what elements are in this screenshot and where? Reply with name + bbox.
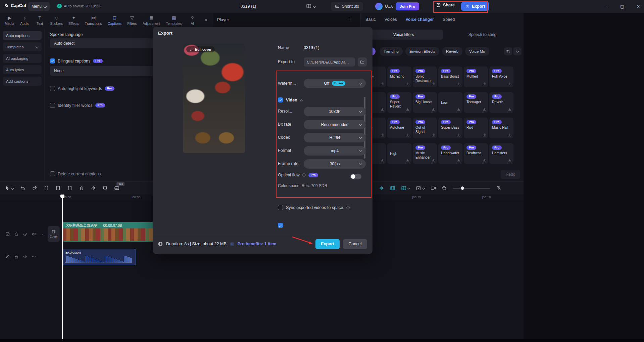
pro-benefits-text[interactable]: Pro benefits: 1 item (238, 242, 277, 246)
lock-icon[interactable] (14, 254, 19, 259)
download-icon[interactable] (482, 108, 486, 112)
optical-flow-toggle[interactable] (350, 174, 361, 179)
voice-effect-card-reverb[interactable]: ProReverb (489, 92, 513, 113)
sidebar-item-templates[interactable]: Templates (3, 42, 42, 51)
redo-button-disabled[interactable]: Redo (501, 170, 520, 179)
subtab-voice-filters[interactable]: Voice filters (364, 30, 443, 40)
timeline-zoom-slider[interactable] (453, 188, 490, 189)
download-icon[interactable] (508, 159, 512, 163)
voice-effect-card-music-hall[interactable]: ProMusic Hall (489, 118, 513, 138)
sidebar-item-add-captions[interactable]: Add captions (3, 77, 42, 86)
ribbon-tab-templates[interactable]: ▦Templates (166, 15, 182, 26)
share-button[interactable]: Share (436, 3, 455, 7)
mute-icon[interactable] (32, 232, 36, 237)
zoom-slider-handle[interactable] (461, 186, 464, 190)
redo-icon[interactable] (32, 185, 37, 191)
download-icon[interactable] (508, 82, 512, 86)
tab-voice-changer[interactable]: Voice changer (405, 17, 434, 22)
lock-icon[interactable] (14, 232, 19, 237)
export-path-field[interactable]: C:/Users/DELL/AppDa... (304, 57, 355, 67)
voice-effect-card-full-voice[interactable]: ProFull Voice (489, 67, 513, 87)
voice-effect-card-sonic-destructor[interactable]: ProSonic Destructor (413, 67, 437, 87)
download-icon[interactable] (508, 133, 512, 137)
download-icon[interactable] (406, 82, 410, 86)
auto-captions-tool-button[interactable]: Free (114, 185, 119, 191)
download-icon[interactable] (457, 133, 461, 137)
ribbon-tab-text[interactable]: TText (35, 15, 45, 26)
filter-chip-reverb[interactable]: Reverb (442, 47, 462, 56)
download-icon[interactable] (457, 82, 461, 86)
ribbon-tab-filters[interactable]: ▽Filters (127, 15, 137, 26)
voice-effect-card-deafness[interactable]: ProDeafness (464, 143, 488, 164)
download-icon[interactable] (431, 159, 435, 163)
download-icon[interactable] (457, 159, 461, 163)
sidebar-item-auto-lyrics[interactable]: Auto lyrics (3, 65, 42, 74)
watermark-dropdown[interactable]: Off 2 uses (304, 79, 366, 88)
voice-effect-card-music-enhancer[interactable]: ProMusic Enhancer (413, 143, 437, 164)
browse-folder-button[interactable] (358, 57, 367, 67)
mask-icon[interactable] (102, 185, 108, 191)
voice-effect-card-out-of-signal[interactable]: ProOut of Signal (413, 118, 437, 138)
ribbon-tab-stickers[interactable]: ☺Stickers (50, 15, 63, 26)
cover-button[interactable]: Cover (48, 226, 60, 242)
export-confirm-button[interactable]: Export (315, 239, 340, 249)
undo-icon[interactable] (20, 185, 26, 191)
menu-button[interactable]: Menu (28, 2, 50, 11)
voice-effect-card-underwater[interactable]: ProUnderwater (438, 143, 462, 164)
zoom-in-icon[interactable] (496, 185, 501, 191)
split-right-icon[interactable] (67, 185, 72, 191)
split-left-icon[interactable] (55, 185, 61, 191)
playhead[interactable] (62, 195, 63, 339)
setting-dropdown-resol[interactable]: 1080P (304, 107, 366, 116)
voice-effect-card-teenager[interactable]: ProTeenager (464, 92, 488, 113)
name-value[interactable]: 0319 (1) (304, 45, 319, 50)
voice-effect-card-super-reverb[interactable]: ProSuper Reverb (387, 92, 411, 113)
ribbon-tab-transitions[interactable]: ⋈Transitions (85, 15, 102, 26)
download-icon[interactable] (482, 133, 486, 137)
voice-effect-card-high[interactable]: High (387, 143, 411, 164)
ribbon-more-button[interactable]: » (205, 17, 207, 22)
mute-icon[interactable] (23, 254, 28, 259)
tab-voices[interactable]: Voices (385, 17, 397, 22)
maximize-button[interactable]: ▢ (620, 4, 625, 9)
download-icon[interactable] (380, 82, 384, 86)
setting-dropdown-frame-rate[interactable]: 30fps (304, 159, 366, 169)
minimize-button[interactable]: – (604, 4, 608, 9)
download-icon[interactable] (457, 108, 461, 112)
setting-dropdown-codec[interactable]: H.264 (304, 133, 366, 142)
record-icon[interactable] (5, 254, 10, 259)
pointer-tool-button[interactable] (5, 185, 14, 191)
delete-icon[interactable] (79, 185, 84, 191)
sort-order-dropdown[interactable] (513, 47, 522, 55)
more-options-icon[interactable]: ⋯ (32, 254, 36, 259)
close-button[interactable]: ✕ (636, 4, 641, 9)
snap-options-button[interactable] (416, 185, 425, 191)
download-icon[interactable] (482, 159, 486, 163)
player-menu-icon[interactable]: ≡ (348, 16, 351, 22)
ribbon-tab-media[interactable]: ▶Media (5, 15, 14, 26)
voice-effect-card-hamsters[interactable]: ProHamsters (489, 143, 513, 164)
download-icon[interactable] (431, 108, 435, 112)
sort-button[interactable] (504, 47, 512, 55)
identify-filler-checkbox[interactable] (50, 103, 55, 108)
ribbon-tab-adjustment[interactable]: ≣Adjustment (143, 15, 160, 26)
track-select-icon[interactable] (5, 232, 10, 237)
auto-highlight-checkbox[interactable] (50, 86, 55, 91)
filter-chip-trending[interactable]: Trending (380, 47, 403, 56)
voice-effect-card-super-bass[interactable]: ProSuper Bass (438, 118, 462, 138)
ribbon-tab-effects[interactable]: ✦Effects (68, 15, 79, 26)
track-options-button[interactable] (401, 185, 410, 191)
edit-cover-button[interactable]: Edit cover (186, 46, 215, 52)
extract-audio-icon[interactable] (379, 185, 384, 191)
video-checkbox[interactable] (278, 97, 283, 102)
download-icon[interactable] (482, 82, 486, 86)
cancel-button[interactable]: Cancel (343, 239, 367, 249)
eye-icon[interactable] (23, 232, 28, 237)
download-icon[interactable] (380, 133, 384, 137)
voice-effect-card-autotune[interactable]: ProAutotune (387, 118, 411, 138)
chevron-up-icon[interactable] (300, 99, 303, 102)
smart-edit-icon[interactable] (390, 185, 395, 191)
sidebar-item-auto-captions[interactable]: Auto captions (3, 31, 42, 40)
voice-effect-card-muffled[interactable]: ProMuffled (464, 67, 488, 87)
download-icon[interactable] (380, 108, 384, 112)
